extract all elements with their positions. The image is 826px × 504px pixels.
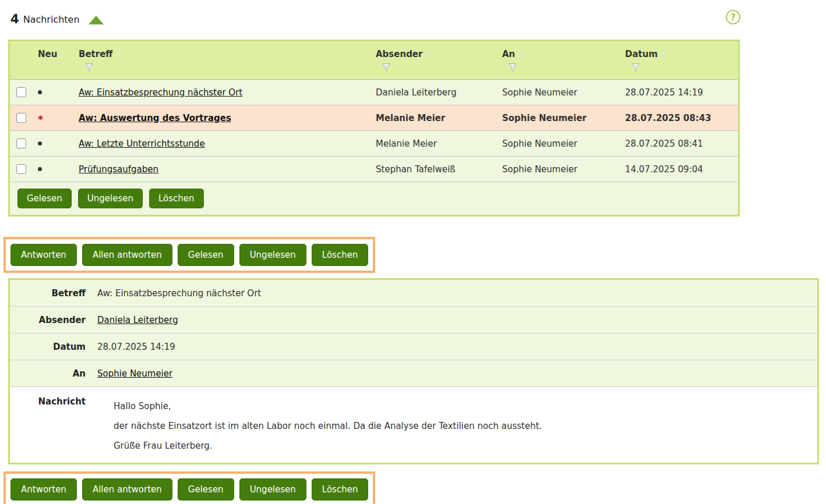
recipient-cell: Sophie Neumeier [502, 80, 625, 105]
sender-cell: Melanie Meier [376, 131, 502, 156]
mark-unread-button[interactable]: Ungelesen [239, 478, 306, 501]
collapse-arrow-icon[interactable] [89, 16, 104, 24]
recipient-cell: Sophie Neumeier [502, 157, 625, 182]
messages-table: Neu Betreff Absender [8, 40, 740, 216]
nachrichten-page: 4 Nachrichten ? Neu Betreff [0, 0, 826, 504]
message-row[interactable]: Aw: Einsatzbesprechung nächster Ort Dani… [10, 80, 738, 105]
delete-button[interactable]: Löschen [149, 189, 204, 208]
reply-all-button[interactable]: Allen antworten [82, 244, 172, 266]
date-cell: 28.07.2025 08:43 [625, 105, 738, 130]
message-detail: Betreff Aw: Einsatzbesprechung nächster … [8, 278, 819, 464]
recipient-link[interactable]: Sophie Neumeier [97, 368, 172, 379]
table-header-row: Neu Betreff Absender [10, 41, 738, 80]
date-cell: 28.07.2025 08:41 [625, 131, 738, 156]
sort-icon[interactable] [519, 51, 524, 58]
sender-cell: Daniela Leiterberg [376, 80, 502, 105]
column-label-neu[interactable]: Neu [38, 49, 57, 59]
date-cell: 14.07.2025 09:04 [625, 157, 738, 182]
table-footer: Gelesen Ungelesen Löschen [10, 182, 738, 215]
detail-label: Datum [10, 342, 86, 352]
detail-label: Absender [10, 315, 86, 325]
read-marker-icon [38, 141, 42, 145]
page-header: 4 Nachrichten ? [0, 0, 826, 29]
message-line: der nächste Einsatzort ist im alten Labo… [114, 416, 542, 436]
detail-row-nachricht: Nachricht Hallo Sophie, der nächste Eins… [10, 387, 817, 463]
sort-icon[interactable] [117, 51, 122, 58]
column-header-an[interactable]: An [502, 41, 625, 79]
help-icon[interactable]: ? [726, 10, 740, 24]
read-marker-icon [38, 90, 42, 94]
detail-row-betreff: Betreff Aw: Einsatzbesprechung nächster … [10, 280, 817, 307]
new-marker-icon: * [38, 116, 43, 122]
row-checkbox[interactable] [16, 164, 26, 174]
row-checkbox[interactable] [16, 87, 26, 97]
detail-date: 28.07.2025 14:19 [86, 342, 175, 352]
detail-row-an: An Sophie Neumeier [10, 360, 817, 387]
message-count: 4 [10, 12, 19, 26]
subject-link[interactable]: Aw: Einsatzbesprechung nächster Ort [79, 87, 242, 98]
sender-cell: Melanie Meier [376, 105, 502, 130]
filter-icon[interactable] [382, 63, 391, 72]
row-checkbox[interactable] [16, 113, 26, 123]
reply-all-button[interactable]: Allen antworten [82, 478, 172, 501]
help-glyph: ? [730, 12, 736, 23]
column-label-betreff[interactable]: Betreff [79, 49, 113, 59]
column-label-datum[interactable]: Datum [625, 49, 658, 59]
column-header-datum[interactable]: Datum [625, 41, 738, 79]
detail-label: Nachricht [10, 396, 86, 407]
subject-link[interactable]: Prüfungsaufgaben [79, 164, 158, 175]
message-line: Grüße Frau Leiterberg. [114, 436, 542, 456]
read-marker-icon [38, 167, 42, 171]
sort-icon[interactable] [662, 51, 666, 58]
mark-read-button[interactable]: Gelesen [178, 244, 234, 266]
column-header-absender[interactable]: Absender [376, 41, 502, 79]
column-header-neu[interactable]: Neu [36, 41, 66, 79]
column-header-betreff[interactable]: Betreff [66, 41, 376, 79]
date-cell: 28.07.2025 14:19 [625, 80, 738, 105]
detail-label: An [10, 368, 86, 379]
reply-button[interactable]: Antworten [10, 244, 77, 266]
reply-button[interactable]: Antworten [10, 478, 77, 501]
detail-label: Betreff [10, 288, 86, 299]
recipient-cell: Sophie Neumeier [502, 105, 625, 130]
detail-subject: Aw: Einsatzbesprechung nächster Ort [86, 288, 261, 299]
column-label-an[interactable]: An [502, 49, 515, 59]
column-label-absender[interactable]: Absender [376, 49, 422, 59]
message-row[interactable]: Prüfungsaufgaben Stephan Tafelweiß Sophi… [10, 157, 738, 182]
recipient-cell: Sophie Neumeier [502, 131, 625, 156]
message-row[interactable]: Aw: Letzte Unterrichtsstunde Melanie Mei… [10, 131, 738, 157]
detail-row-datum: Datum 28.07.2025 14:19 [10, 333, 817, 360]
header-checkbox-spacer [10, 41, 36, 79]
message-action-bar-bottom: Antworten Allen antworten Gelesen Ungele… [3, 471, 375, 504]
mark-read-button[interactable]: Gelesen [178, 478, 234, 501]
filter-icon[interactable] [631, 63, 640, 72]
delete-button[interactable]: Löschen [312, 244, 369, 266]
mark-unread-button[interactable]: Ungelesen [78, 189, 143, 208]
sort-icon[interactable] [426, 51, 431, 58]
message-line: Hallo Sophie, [114, 396, 542, 416]
page-title: Nachrichten [23, 14, 80, 25]
sender-link[interactable]: Daniela Leiterberg [97, 315, 178, 325]
filter-icon[interactable] [508, 63, 517, 72]
message-action-bar-top: Antworten Allen antworten Gelesen Ungele… [3, 237, 375, 273]
subject-link[interactable]: Aw: Letzte Unterrichtsstunde [79, 139, 205, 149]
row-checkbox[interactable] [16, 139, 26, 148]
filter-icon[interactable] [84, 63, 94, 72]
sender-cell: Stephan Tafelweiß [376, 157, 502, 182]
message-body: Hallo Sophie, der nächste Einsatzort ist… [86, 396, 542, 456]
detail-row-absender: Absender Daniela Leiterberg [10, 307, 817, 333]
delete-button[interactable]: Löschen [312, 478, 369, 501]
subject-link[interactable]: Aw: Auswertung des Vortrages [79, 113, 231, 123]
mark-read-button[interactable]: Gelesen [17, 189, 72, 208]
mark-unread-button[interactable]: Ungelesen [239, 244, 306, 266]
message-row-unread[interactable]: * Aw: Auswertung des Vortrages Melanie M… [10, 105, 738, 131]
